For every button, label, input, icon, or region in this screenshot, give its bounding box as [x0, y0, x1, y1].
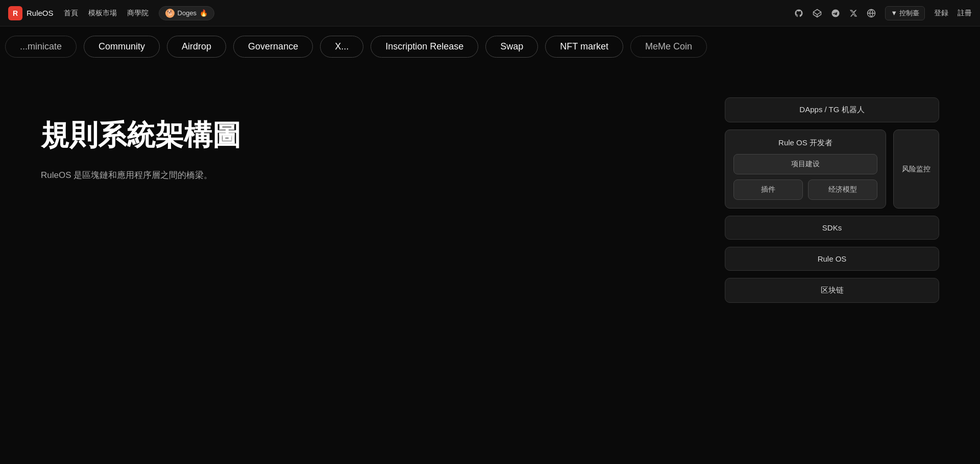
- developer-title: Rule OS 开发者: [733, 138, 877, 148]
- globe-icon[interactable]: [867, 9, 876, 18]
- github-icon[interactable]: [794, 9, 803, 18]
- tag-meme-coin[interactable]: MeMe Coin: [630, 36, 707, 58]
- badge-text: Doges: [178, 9, 197, 17]
- economy-model-block: 经济模型: [808, 179, 877, 200]
- tag-x[interactable]: X...: [320, 36, 363, 58]
- tag-nft-market[interactable]: NFT market: [545, 36, 623, 58]
- tag-swap[interactable]: Swap: [485, 36, 538, 58]
- developer-block: Rule OS 开发者 项目建设 插件 经济模型: [725, 130, 886, 209]
- telegram-icon[interactable]: [831, 9, 840, 18]
- control-icon: ▼: [891, 9, 897, 17]
- tags-bar: ...minicate Community Airdrop Governance…: [0, 27, 980, 67]
- left-section: 規則系統架構圖 RuleOS 是區塊鏈和應用程序層之間的橋梁。: [41, 97, 684, 182]
- navbar: R RuleOS 首頁 模板市場 商學院 🐕 Doges 🔥 ▼ 控制臺 登録: [0, 0, 980, 27]
- blockchain-block: 区块链: [725, 278, 939, 303]
- tag-airdrop[interactable]: Airdrop: [167, 36, 226, 58]
- risk-monitor-block: 风险监控: [893, 130, 939, 209]
- tag-inscription-release[interactable]: Inscription Release: [371, 36, 478, 58]
- sdks-block: SDKs: [725, 216, 939, 240]
- logo-icon: R: [8, 6, 22, 20]
- nav-template[interactable]: 模板市場: [88, 9, 117, 18]
- badge-emoji: 🐕: [165, 9, 175, 18]
- nav-links: 首頁 模板市場 商學院: [64, 9, 149, 18]
- register-button[interactable]: 註冊: [958, 9, 972, 18]
- nav-right: ▼ 控制臺 登録 註冊: [794, 6, 972, 20]
- main-title: 規則系統架構圖: [41, 118, 684, 152]
- badge-fire: 🔥: [200, 9, 208, 17]
- nav-badge[interactable]: 🐕 Doges 🔥: [159, 6, 215, 20]
- login-button[interactable]: 登録: [934, 9, 948, 18]
- developer-risk-row: Rule OS 开发者 项目建设 插件 经济模型 风险监控: [725, 130, 939, 209]
- nav-logo[interactable]: R RuleOS: [8, 6, 54, 20]
- plugin-block: 插件: [733, 179, 803, 200]
- project-build-block: 项目建设: [733, 154, 877, 174]
- control-label: 控制臺: [899, 9, 919, 18]
- nav-academy[interactable]: 商學院: [127, 9, 149, 18]
- main-content: 規則系統架構圖 RuleOS 是區塊鏈和應用程序層之間的橋梁。 DApps / …: [0, 67, 980, 458]
- tag-governance[interactable]: Governance: [233, 36, 313, 58]
- dev-bottom-row: 插件 经济模型: [733, 179, 877, 200]
- nav-home[interactable]: 首頁: [64, 9, 78, 18]
- control-panel-button[interactable]: ▼ 控制臺: [885, 6, 925, 20]
- ruleos-block: Rule OS: [725, 247, 939, 271]
- twitter-icon[interactable]: [849, 9, 857, 17]
- right-section: DApps / TG 机器人 Rule OS 开发者 项目建设 插件 经济模型 …: [725, 97, 939, 303]
- tag-community[interactable]: Community: [84, 36, 160, 58]
- tag-communicate[interactable]: ...minicate: [5, 36, 77, 58]
- logo-text: RuleOS: [27, 9, 54, 17]
- layers-icon[interactable]: [813, 9, 822, 18]
- dapps-block: DApps / TG 机器人: [725, 97, 939, 122]
- main-subtitle: RuleOS 是區塊鏈和應用程序層之間的橋梁。: [41, 168, 684, 182]
